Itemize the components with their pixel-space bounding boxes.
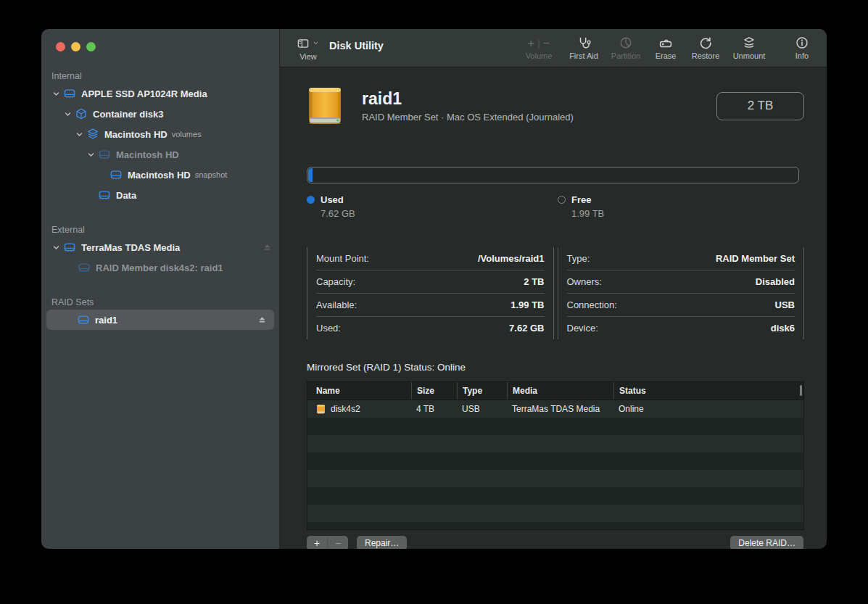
erase-button[interactable]: Erase xyxy=(647,35,685,60)
add-member-button[interactable]: + xyxy=(307,536,327,549)
sidebar-item-raid1-selected[interactable]: raid1 xyxy=(46,310,274,330)
column-header-size[interactable]: Size xyxy=(411,382,457,400)
close-button[interactable] xyxy=(56,42,65,51)
info-label: Connection: xyxy=(567,299,617,310)
usage-legend: Used 7.62 GB Free 1.99 TB xyxy=(307,194,804,223)
info-row-type: Type: RAID Member Set xyxy=(567,247,795,270)
first-aid-icon xyxy=(576,36,591,50)
remove-member-button[interactable]: − xyxy=(327,536,348,549)
sidebar-item-label: Macintosh HD xyxy=(104,129,168,140)
eject-icon[interactable] xyxy=(262,242,273,253)
member-name: disk4s2 xyxy=(331,404,360,414)
view-button-label: View xyxy=(299,52,317,61)
info-value: RAID Member Set xyxy=(716,253,795,264)
toolbar: View Disk Utility + | − Volume First Aid xyxy=(280,29,827,67)
sidebar-item-label: RAID Member disk4s2: raid1 xyxy=(96,262,223,273)
free-dot-icon xyxy=(558,196,566,204)
sidebar: Internal APPLE SSD AP1024R Media Contain… xyxy=(41,29,280,549)
info-value: 1.99 TB xyxy=(511,299,544,310)
info-table-left: Mount Point: /Volumes/raid1 Capacity: 2 … xyxy=(307,247,554,339)
info-row-owners: Owners: Disabled xyxy=(567,270,795,294)
partition-label: Partition xyxy=(611,51,640,60)
sidebar-item-raid-member[interactable]: RAID Member disk4s2: raid1 xyxy=(41,257,279,278)
first-aid-button[interactable]: First Aid xyxy=(563,35,605,60)
info-row-device: Device: disk6 xyxy=(567,317,795,339)
sidebar-item-data[interactable]: Data xyxy=(41,185,279,205)
chevron-down-icon[interactable] xyxy=(74,129,86,140)
table-actions: + − Repair… Delete RAID… xyxy=(307,536,804,549)
container-icon xyxy=(75,107,88,120)
unmount-icon xyxy=(742,36,756,50)
empty-row xyxy=(307,452,803,470)
disk-icon xyxy=(98,189,111,202)
partition-button: Partition xyxy=(605,35,647,60)
legend-free: Free 1.99 TB xyxy=(558,194,604,219)
table-row-disk4s2[interactable]: disk4s2 4 TB USB TerraMas TDAS Media Onl… xyxy=(307,400,803,418)
column-header-type[interactable]: Type xyxy=(457,382,507,400)
section-label-external: External xyxy=(41,225,279,235)
info-row-mount-point: Mount Point: /Volumes/raid1 xyxy=(316,247,545,270)
table-header: Name Size Type Media Status xyxy=(307,382,803,400)
toolbar-items: + | − Volume First Aid Partition Erase xyxy=(515,29,827,67)
volumes-icon xyxy=(86,128,99,141)
chevron-down-icon[interactable] xyxy=(51,88,63,99)
restore-button[interactable]: Restore xyxy=(685,35,727,60)
disk-icon xyxy=(98,148,111,161)
sidebar-item-label: Data xyxy=(116,190,136,201)
free-value: 1.99 TB xyxy=(571,208,604,219)
usage-bar xyxy=(307,167,799,183)
disk-title: raid1 xyxy=(362,89,574,109)
sidebar-item-terramas[interactable]: TerraMas TDAS Media xyxy=(41,237,279,257)
chevron-down-icon[interactable] xyxy=(62,109,75,120)
sidebar-item-macintosh-hd-snapshot[interactable]: Macintosh HD snapshot xyxy=(41,165,279,185)
info-icon xyxy=(795,36,809,50)
empty-row xyxy=(307,487,803,505)
window-controls xyxy=(41,29,279,51)
used-dot-icon xyxy=(307,196,315,204)
column-header-media[interactable]: Media xyxy=(507,382,613,400)
member-size: 4 TB xyxy=(411,400,457,418)
info-row-available: Available: 1.99 TB xyxy=(316,294,545,317)
sidebar-item-label: raid1 xyxy=(95,315,117,326)
eject-icon[interactable] xyxy=(257,315,268,326)
empty-row xyxy=(307,470,803,487)
volume-button-label: Volume xyxy=(526,51,553,60)
chevron-down-icon[interactable] xyxy=(86,149,98,160)
sidebar-item-suffix: snapshot xyxy=(195,170,228,179)
disk-icon xyxy=(78,261,91,274)
info-label: Owners: xyxy=(567,276,602,287)
column-header-status[interactable]: Status xyxy=(613,382,803,400)
info-label: Used: xyxy=(316,323,341,334)
sidebar-item-macintosh-hd-volumes[interactable]: Macintosh HD volumes xyxy=(41,124,279,144)
minimize-button[interactable] xyxy=(71,42,80,51)
size-badge: 2 TB xyxy=(716,92,804,120)
content-area: raid1 RAID Member Set · Mac OS Extended … xyxy=(280,67,827,549)
sidebar-item-macintosh-hd[interactable]: Macintosh HD xyxy=(41,144,279,165)
repair-button[interactable]: Repair… xyxy=(357,536,407,549)
unmount-button[interactable]: Unmount xyxy=(727,35,772,60)
scrollbar-thumb[interactable] xyxy=(800,385,802,396)
erase-label: Erase xyxy=(656,51,677,60)
member-status: Online xyxy=(613,400,803,418)
member-type: USB xyxy=(457,400,507,418)
zoom-button[interactable] xyxy=(86,42,96,51)
sidebar-item-label: Container disk3 xyxy=(93,109,164,120)
info-button[interactable]: Info xyxy=(786,35,818,60)
disk-icon xyxy=(63,87,76,100)
info-row-capacity: Capacity: 2 TB xyxy=(316,270,545,294)
info-grid: Mount Point: /Volumes/raid1 Capacity: 2 … xyxy=(307,247,804,339)
column-header-name[interactable]: Name xyxy=(307,382,411,400)
disk-icon xyxy=(109,168,123,181)
empty-row xyxy=(307,505,803,522)
sidebar-item-apple-ssd[interactable]: APPLE SSD AP1024R Media xyxy=(41,83,279,104)
sidebar-item-container-disk3[interactable]: Container disk3 xyxy=(41,104,279,124)
restore-label: Restore xyxy=(692,51,720,60)
delete-raid-button[interactable]: Delete RAID… xyxy=(730,536,803,549)
info-value: /Volumes/raid1 xyxy=(478,253,545,264)
member-media: TerraMas TDAS Media xyxy=(507,400,613,418)
info-label: Available: xyxy=(316,299,357,310)
remove-volume-icon: − xyxy=(543,37,550,49)
empty-row xyxy=(307,522,803,530)
view-button[interactable]: View xyxy=(297,36,320,61)
chevron-down-icon[interactable] xyxy=(51,242,63,253)
